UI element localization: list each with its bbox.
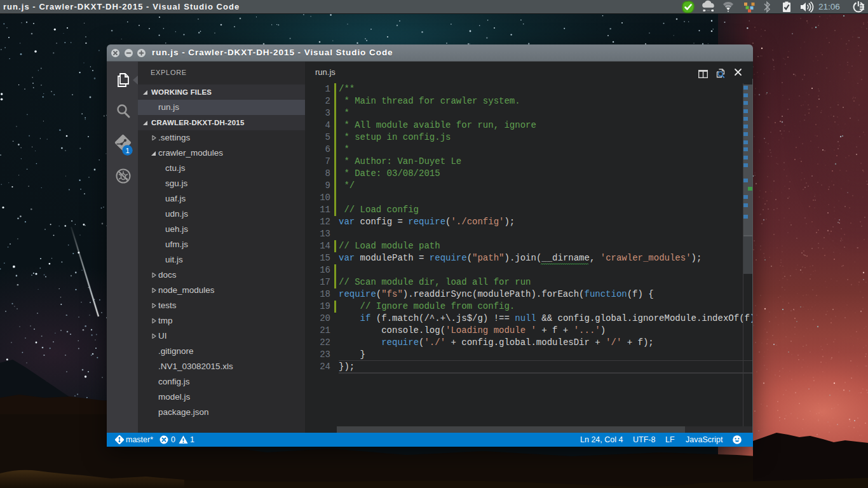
svg-text:1: 1	[125, 147, 129, 154]
